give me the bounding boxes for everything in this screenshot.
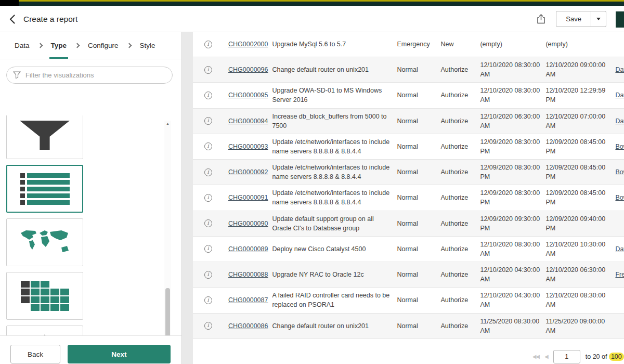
info-icon[interactable]: i	[204, 41, 212, 48]
info-icon[interactable]: i	[204, 296, 212, 304]
table-row[interactable]: i CHG0000092 Update /etc/network/interfa…	[193, 160, 624, 185]
start-date-value: (empty)	[480, 32, 545, 57]
top-left-corner	[0, 0, 19, 6]
info-icon[interactable]: i	[204, 194, 212, 202]
state-value: Authorize	[440, 109, 480, 134]
priority-value: Normal	[397, 160, 440, 185]
priority-value: Normal	[397, 109, 440, 134]
table-row[interactable]: i CHG0000086 Change default router on un…	[193, 314, 624, 339]
save-button[interactable]: Save	[556, 11, 591, 27]
table-row[interactable]: i CHG0000091 Update /etc/network/interfa…	[193, 185, 624, 211]
state-value: Authorize	[440, 262, 480, 287]
priority-value: Normal	[397, 83, 440, 108]
record-number-link[interactable]: CHG0000088	[228, 270, 268, 279]
record-number-link[interactable]: CHG0000096	[228, 65, 268, 74]
panel-scrollbar[interactable]: ▲ ▼	[164, 121, 171, 364]
table-row[interactable]: i CHG0000093 Update /etc/network/interfa…	[193, 134, 624, 160]
visualization-list	[0, 115, 181, 335]
table-row[interactable]: i CHG0002000 Upgrade MySql 5.6 to 5.7 Em…	[193, 32, 624, 57]
start-date-value: 12/10/2020 04:30:00 AM	[480, 288, 545, 313]
world-map-icon	[18, 229, 72, 256]
record-number-link[interactable]: CHG0000095	[228, 90, 268, 100]
info-icon[interactable]: i	[204, 168, 212, 176]
table-row[interactable]: i CHG0000090 Update default support grou…	[193, 211, 624, 237]
report-wizard-panel: Data Type Configure Style	[0, 32, 182, 364]
step-style[interactable]: Style	[140, 32, 155, 59]
info-icon[interactable]: i	[204, 245, 212, 253]
state-value: Authorize	[440, 211, 480, 236]
record-number-link[interactable]: CHG0000090	[228, 219, 268, 228]
assigned-to-link[interactable]: Dav	[615, 244, 624, 254]
viz-card-map[interactable]	[6, 218, 83, 266]
filter-visualizations-input[interactable]	[6, 67, 173, 84]
priority-value: Normal	[397, 262, 440, 287]
assigned-to-link[interactable]: Bow	[615, 167, 624, 177]
scrollbar-thumb[interactable]	[165, 288, 170, 337]
info-icon[interactable]: i	[204, 66, 212, 74]
record-number-link[interactable]: CHG0000086	[228, 321, 268, 331]
record-number-link[interactable]: CHG0000091	[228, 193, 268, 202]
heatmap-icon	[21, 281, 69, 311]
viz-card-list[interactable]	[6, 165, 83, 213]
record-number-link[interactable]: CHG0002000	[228, 40, 268, 49]
main-area: Data Type Configure Style	[0, 32, 624, 364]
change-requests-table: i CHG0002000 Upgrade MySql 5.6 to 5.7 Em…	[193, 32, 624, 339]
end-date-value: 12/09/2020 08:45:00 PM	[545, 185, 611, 210]
first-page-icon[interactable]: ◀◀	[532, 354, 539, 359]
assigned-to-link[interactable]: Dav	[615, 65, 624, 74]
funnel-filter-icon	[13, 71, 21, 81]
scroll-up-icon[interactable]: ▲	[164, 122, 171, 125]
end-date-value: 12/10/2020 08:30:00 AM	[545, 288, 611, 313]
info-icon[interactable]: i	[204, 92, 212, 99]
start-date-value: 12/09/2020 08:30:00 PM	[480, 134, 545, 159]
short-description: Upgrade OWA-SD-01 to MS Windows Server 2…	[272, 83, 397, 108]
state-value: Authorize	[440, 288, 480, 313]
state-value: Authorize	[440, 160, 480, 185]
viz-card-pyramid[interactable]	[6, 326, 83, 335]
assigned-to-link[interactable]: Bow	[615, 193, 624, 202]
assigned-to-link[interactable]: Fre	[615, 270, 624, 279]
step-data[interactable]: Data	[15, 32, 30, 59]
step-configure[interactable]: Configure	[88, 32, 119, 59]
assigned-to-link[interactable]: Dav	[615, 90, 624, 100]
priority-value: Normal	[397, 211, 440, 236]
record-number-link[interactable]: CHG0000092	[228, 167, 268, 177]
right-edge-accent	[616, 11, 624, 28]
viz-card-heatmap[interactable]	[6, 272, 83, 320]
next-step-button[interactable]: Next	[68, 345, 171, 363]
record-number-link[interactable]: CHG0000089	[228, 244, 268, 254]
start-date-value: 12/10/2020 08:30:00 AM	[480, 57, 545, 82]
assigned-to-link[interactable]: Dav	[615, 116, 624, 126]
priority-value: Normal	[397, 314, 440, 339]
info-icon[interactable]: i	[204, 322, 212, 330]
short-description: Update /etc/network/interfaces to includ…	[272, 134, 397, 159]
start-date-value: 11/25/2020 08:30:00 AM	[480, 314, 545, 339]
info-icon[interactable]: i	[204, 142, 212, 150]
save-dropdown-button[interactable]	[591, 11, 606, 27]
info-icon[interactable]: i	[204, 117, 212, 125]
table-row[interactable]: i CHG0000094 Increase db_block_buffers f…	[193, 109, 624, 134]
table-row[interactable]: i CHG0000088 Upgrade NY RAC to Oracle 12…	[193, 262, 624, 288]
back-step-button[interactable]: Back	[10, 345, 60, 363]
end-date-value: 12/09/2020 08:45:00 PM	[545, 160, 611, 185]
short-description: Change default router on unix201	[272, 57, 397, 82]
info-icon[interactable]: i	[204, 219, 212, 227]
funnel-chart-icon	[20, 121, 70, 150]
table-row[interactable]: i CHG0000089 Deploy new Cisco Catalyst 4…	[193, 237, 624, 262]
chevron-right-icon	[37, 43, 43, 48]
previous-page-icon[interactable]: ◀	[544, 354, 548, 359]
record-number-link[interactable]: CHG0000094	[228, 116, 268, 126]
page-number-input[interactable]	[553, 350, 580, 363]
info-icon[interactable]: i	[204, 271, 212, 279]
step-type[interactable]: Type	[51, 32, 67, 59]
share-icon[interactable]	[537, 14, 545, 24]
viz-card-funnel[interactable]	[6, 115, 83, 159]
priority-value: Normal	[397, 57, 440, 82]
table-row[interactable]: i CHG0000096 Change default router on un…	[193, 57, 624, 83]
assigned-to-link[interactable]: Bow	[615, 142, 624, 151]
record-number-link[interactable]: CHG0000087	[228, 295, 268, 305]
table-row[interactable]: i CHG0000095 Upgrade OWA-SD-01 to MS Win…	[193, 83, 624, 108]
table-row[interactable]: i CHG0000087 A failed RAID controller ca…	[193, 288, 624, 313]
back-button[interactable]	[9, 15, 15, 24]
record-number-link[interactable]: CHG0000093	[228, 142, 268, 151]
